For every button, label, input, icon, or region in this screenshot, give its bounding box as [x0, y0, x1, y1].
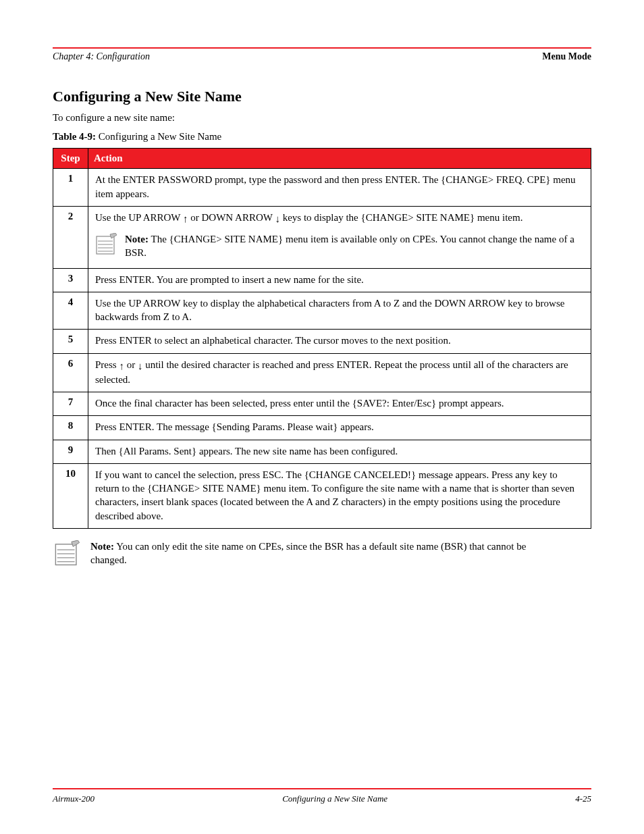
- step-action: Press ENTER. You are prompted to insert …: [88, 268, 591, 292]
- note-label: Note:: [90, 541, 114, 552]
- step-action: Press ENTER. The message {Sending Params…: [88, 416, 591, 440]
- table-row: 6 Press ↑ or ↓ until the desired charact…: [53, 353, 591, 392]
- step-action: At the ENTER PASSWORD prompt, type the p…: [88, 169, 591, 207]
- up-arrow-icon: ↑: [119, 359, 124, 373]
- footer-bar: Airmux-200 Configuring a New Site Name 4…: [53, 793, 591, 804]
- step-action: Once the final character has been select…: [88, 392, 591, 416]
- down-arrow-icon: ↓: [275, 212, 280, 226]
- footer-left: Airmux-200: [53, 793, 95, 804]
- step-number: 1: [53, 169, 88, 207]
- footer-right: 4-25: [575, 793, 591, 804]
- note-label: Note:: [125, 234, 149, 244]
- top-rule: [53, 47, 591, 49]
- step-action: Then {All Params. Sent} appears. The new…: [88, 440, 591, 463]
- col-header-action: Action: [88, 149, 591, 169]
- action-text-post: keys to display the {CHANGE> SITE NAME} …: [280, 212, 523, 223]
- action-text-mid: or DOWN ARROW: [188, 212, 275, 223]
- table-row: 5 Press ENTER to select an alphabetical …: [53, 330, 591, 353]
- step-action: Press ENTER to select an alphabetical ch…: [88, 330, 591, 353]
- note-body: The {CHANGE> SITE NAME} menu item is ava…: [125, 234, 574, 258]
- step-number: 9: [53, 440, 88, 463]
- note-text: Note: You can only edit the site name on…: [90, 540, 563, 567]
- page-header: Chapter 4: Configuration Menu Mode: [53, 51, 591, 62]
- note-body: You can only edit the site name on CPEs,…: [90, 541, 526, 565]
- note-icon: [54, 540, 81, 567]
- step-action: If you want to cancel the selection, pre…: [88, 463, 591, 528]
- table-row: 1 At the ENTER PASSWORD prompt, type the…: [53, 169, 591, 207]
- col-header-step: Step: [53, 149, 88, 169]
- section-intro: To configure a new site name:: [53, 111, 591, 124]
- step-number: 6: [53, 353, 88, 392]
- table-row: 8 Press ENTER. The message {Sending Para…: [53, 416, 591, 440]
- header-chapter: Chapter 4: Configuration: [53, 51, 150, 62]
- step-number: 10: [53, 463, 88, 528]
- table-row: 10 If you want to cancel the selection, …: [53, 463, 591, 528]
- page: Chapter 4: Configuration Menu Mode Confi…: [0, 0, 644, 834]
- step-action: Use the UP ARROW ↑ or DOWN ARROW ↓ keys …: [88, 206, 591, 268]
- table-caption: Table 4-9: Configuring a New Site Name: [53, 131, 591, 142]
- table-row: 3 Press ENTER. You are prompted to inser…: [53, 268, 591, 292]
- note-text: Note: The {CHANGE> SITE NAME} menu item …: [125, 232, 584, 260]
- note-block: Note: The {CHANGE> SITE NAME} menu item …: [95, 232, 584, 260]
- action-text-mid: or: [124, 359, 138, 370]
- header-section: Menu Mode: [542, 51, 591, 62]
- footer-center: Configuring a New Site Name: [282, 793, 387, 804]
- table-row: 2 Use the UP ARROW ↑ or DOWN ARROW ↓ key…: [53, 206, 591, 268]
- table-row: 4 Use the UP ARROW key to display the al…: [53, 292, 591, 330]
- step-number: 8: [53, 416, 88, 440]
- step-number: 3: [53, 268, 88, 292]
- table-caption-text: Configuring a New Site Name: [99, 131, 221, 142]
- action-text-pre: Use the UP ARROW: [95, 212, 183, 223]
- step-number: 5: [53, 330, 88, 353]
- page-footer: Airmux-200 Configuring a New Site Name 4…: [53, 788, 591, 804]
- note-icon: [95, 233, 118, 256]
- table-header-row: Step Action: [53, 149, 591, 169]
- step-action: Press ↑ or ↓ until the desired character…: [88, 353, 591, 392]
- table-row: 7 Once the final character has been sele…: [53, 392, 591, 416]
- procedure-table: Step Action 1 At the ENTER PASSWORD prom…: [53, 148, 591, 529]
- table-row: 9 Then {All Params. Sent} appears. The n…: [53, 440, 591, 463]
- note-block-outside: Note: You can only edit the site name on…: [53, 540, 591, 567]
- bottom-rule: [53, 788, 591, 789]
- step-number: 7: [53, 392, 88, 416]
- step-number: 2: [53, 206, 88, 268]
- section-title: Configuring a New Site Name: [53, 88, 591, 105]
- action-text-pre: Press: [95, 359, 119, 370]
- step-number: 4: [53, 292, 88, 330]
- table-caption-label: Table 4-9:: [53, 131, 99, 142]
- up-arrow-icon: ↑: [183, 212, 188, 226]
- step-action: Use the UP ARROW key to display the alph…: [88, 292, 591, 330]
- action-text-post: until the desired character is reached a…: [95, 359, 568, 385]
